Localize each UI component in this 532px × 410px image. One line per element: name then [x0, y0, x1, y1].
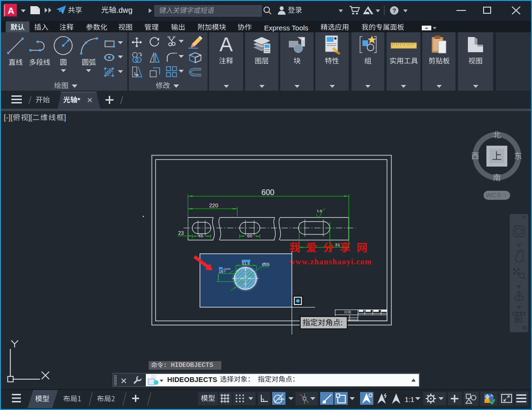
svg-text:0: 0: [224, 270, 226, 273]
svg-text:600: 600: [261, 188, 274, 196]
svg-text:www.zhanshaoyi.com: www.zhanshaoyi.com: [289, 257, 372, 266]
svg-text:45: 45: [198, 233, 204, 238]
svg-text:23: 23: [178, 231, 184, 236]
svg-text:Ø55: Ø55: [262, 262, 269, 267]
svg-text:60: 60: [247, 233, 253, 238]
svg-text:220: 220: [209, 203, 218, 208]
svg-text:1.6: 1.6: [317, 209, 323, 213]
svg-text:51.8: 51.8: [242, 261, 250, 266]
svg-text:31: 31: [335, 242, 341, 247]
